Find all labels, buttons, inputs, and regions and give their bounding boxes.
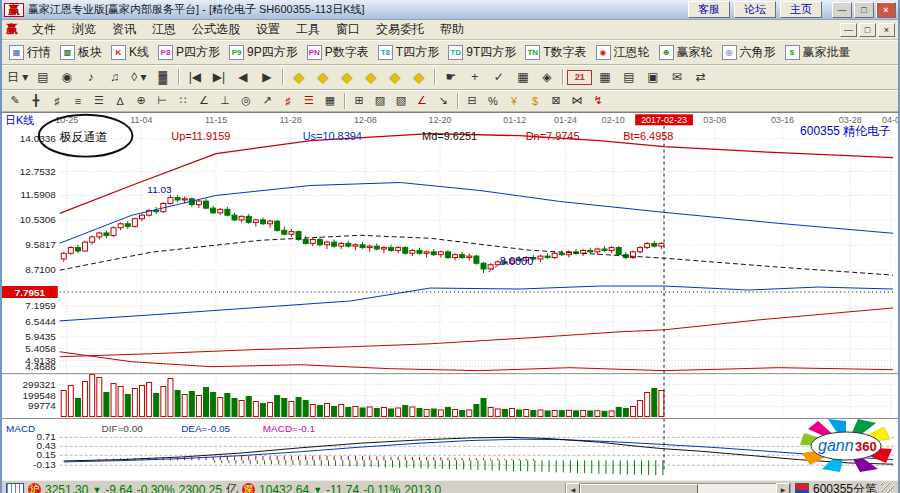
grid-tool[interactable]: ▦ — [511, 68, 534, 86]
hline-tool[interactable]: ≡ — [68, 93, 88, 108]
save-icon[interactable]: ▣ — [641, 68, 664, 86]
cycle-tool[interactable]: ◎ — [236, 93, 256, 108]
winner-batch-button[interactable]: $赢家批量 — [781, 43, 855, 62]
tick-view-label[interactable]: 600355分笔 — [813, 481, 877, 493]
sh-index-icon[interactable]: 沪 — [28, 483, 41, 493]
diamond-up-button[interactable]: ◆ — [359, 68, 382, 86]
calendar-icon[interactable]: 21 — [567, 70, 592, 85]
gann-wheel-button[interactable]: ◉江恩轮 — [592, 43, 654, 62]
crosshair-tool[interactable]: + — [463, 68, 486, 86]
horizontal-scrollbar[interactable]: ◀ ▶ — [565, 483, 791, 493]
next-bar-button[interactable]: ▶ — [255, 68, 278, 86]
mdi-close-button[interactable]: × — [878, 23, 895, 37]
pencil-tool[interactable]: ✎ — [5, 93, 25, 108]
diamond-down-button[interactable]: ◆ — [383, 68, 406, 86]
trend-arrow-tool[interactable]: ↗ — [257, 93, 277, 108]
target-icon[interactable]: ◉ — [55, 68, 78, 86]
close-box-tool[interactable]: ⊠ — [546, 93, 566, 108]
kline-button[interactable]: KK线 — [107, 43, 153, 62]
shade2-tool[interactable]: ▧ — [391, 93, 411, 108]
chart-canvas[interactable]: 10-2511-0411-1511-2812-0812-2001-1201-24… — [2, 113, 898, 479]
box-grid-tool[interactable]: ▦ — [320, 93, 340, 108]
wave-icon[interactable]: ♪ — [79, 68, 102, 86]
bowtie-tool[interactable]: ⋈ — [567, 93, 587, 108]
maximize-button[interactable]: □ — [854, 2, 874, 18]
list-icon[interactable]: ▤ — [617, 68, 640, 86]
market-quotes-button[interactable]: ▦行情 — [5, 43, 55, 62]
minimize-button[interactable]: — — [832, 2, 852, 18]
ray-tool[interactable]: ⊢ — [152, 93, 172, 108]
menu-item-6[interactable]: 设置 — [248, 21, 288, 37]
menu-item-1[interactable]: 文件 — [24, 21, 64, 37]
mdi-minimize-button[interactable]: — — [840, 23, 857, 37]
menu-item-9[interactable]: 交易委托 — [368, 21, 432, 37]
titlebar-button-2[interactable]: 论坛 — [734, 1, 776, 18]
hexagon-button[interactable]: ◎六角形 — [718, 43, 780, 62]
sz-index-icon[interactable]: 深 — [242, 483, 255, 493]
band-tool[interactable]: ⊟ — [462, 93, 482, 108]
close-button[interactable]: × — [876, 2, 896, 18]
confirm-tool[interactable]: ✓ — [487, 68, 510, 86]
t-number-table-button[interactable]: TNT数字表 — [521, 43, 590, 62]
fib-lines-tool[interactable]: ☰ — [299, 93, 319, 108]
candlesticks[interactable] — [61, 195, 664, 274]
menu-item-10[interactable]: 帮助 — [432, 21, 472, 37]
parallel-lines-tool[interactable]: ☰ — [89, 93, 109, 108]
dollar-tool[interactable]: $ — [525, 93, 545, 108]
transfer-icon[interactable]: ⇄ — [689, 68, 712, 86]
yuan-tool[interactable]: ¥ — [504, 93, 524, 108]
winner-wheel-button[interactable]: ⊕赢家轮 — [655, 43, 717, 62]
9t-square-button[interactable]: TD9T四方形 — [444, 43, 520, 62]
mdi-maximize-button[interactable]: □ — [859, 23, 876, 37]
t-square-button[interactable]: T8T四方形 — [374, 43, 443, 62]
tick-chart-icon[interactable] — [795, 483, 809, 493]
red-grid-tool[interactable]: ♯ — [278, 93, 298, 108]
menu-item-4[interactable]: 江恩 — [144, 21, 184, 37]
diamond-center-button[interactable]: ◆ — [407, 68, 430, 86]
fill-style-icon[interactable]: ▓ — [151, 68, 174, 86]
gem-tool[interactable]: ◈ — [535, 68, 558, 86]
titlebar-button-1[interactable]: 客服 — [688, 1, 730, 18]
menu-item-2[interactable]: 浏览 — [64, 21, 104, 37]
angle-tool[interactable]: ∠ — [194, 93, 214, 108]
square-tool[interactable]: ⊞ — [349, 93, 369, 108]
scrollbar-thumb[interactable] — [580, 484, 698, 493]
triangle-tool[interactable]: ∆ — [110, 93, 130, 108]
grid-icon[interactable] — [6, 483, 24, 493]
9p-square-button[interactable]: P99P四方形 — [225, 43, 302, 62]
percent-tool[interactable]: % — [483, 93, 503, 108]
menu-item-8[interactable]: 窗口 — [328, 21, 368, 37]
down-arrow-tool[interactable]: ↘ — [433, 93, 453, 108]
mail-icon[interactable]: ✉ — [665, 68, 688, 86]
diamond-horizontal-button[interactable]: ◆ — [335, 68, 358, 86]
sectors-button[interactable]: ▩板块 — [56, 43, 106, 62]
diamond-left-button[interactable]: ◆ — [287, 68, 310, 86]
scroll-right-icon[interactable]: ▶ — [776, 483, 790, 493]
menu-item-7[interactable]: 工具 — [288, 21, 328, 37]
first-bar-button[interactable]: |◀ — [183, 68, 206, 86]
prev-bar-button[interactable]: ◀ — [231, 68, 254, 86]
points-tool[interactable]: ∷ — [173, 93, 193, 108]
gann-fan-tool[interactable]: ∠ — [412, 93, 432, 108]
resize-grip[interactable] — [881, 483, 894, 493]
hand-tool[interactable]: ☛ — [439, 68, 462, 86]
grid-lines-tool[interactable]: ♯ — [47, 93, 67, 108]
shade-tool[interactable]: ▨ — [370, 93, 390, 108]
cross-line-tool[interactable]: ╋ — [26, 93, 46, 108]
scroll-left-icon[interactable]: ◀ — [566, 483, 580, 493]
lightning-tool[interactable]: ↯ — [588, 93, 608, 108]
diamond-right-button[interactable]: ◆ — [311, 68, 334, 86]
matrix-icon[interactable]: ▦ — [593, 68, 616, 86]
layout-icon[interactable]: ▤ — [31, 68, 54, 86]
p-square-button[interactable]: P8P四方形 — [154, 43, 224, 62]
titlebar-button-3[interactable]: 主页 — [780, 1, 822, 18]
marker-dropdown[interactable]: ◊ ▾ — [127, 68, 150, 86]
circle-cross-tool[interactable]: ⊕ — [131, 93, 151, 108]
last-bar-button[interactable]: ▶| — [207, 68, 230, 86]
menu-item-5[interactable]: 公式选股 — [184, 21, 248, 37]
p-number-table-button[interactable]: PNP数字表 — [303, 43, 373, 62]
waves-icon[interactable]: ♫ — [103, 68, 126, 86]
menu-item-3[interactable]: 资讯 — [104, 21, 144, 37]
period-dropdown[interactable]: 日 ▾ — [5, 68, 30, 86]
anchor-tool[interactable]: ⊥ — [215, 93, 235, 108]
